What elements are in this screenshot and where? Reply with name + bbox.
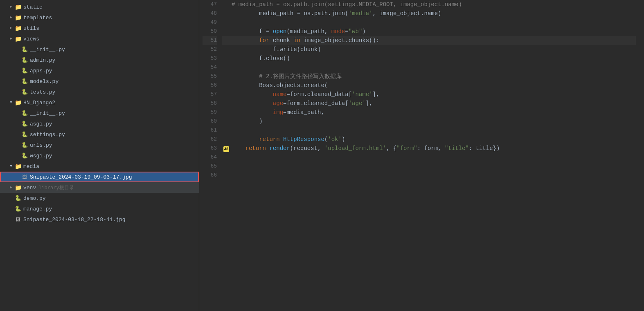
sidebar-item-media[interactable]: ▼📁media — [0, 161, 199, 172]
gutter-mark — [222, 45, 230, 54]
line-number: 53 — [203, 54, 217, 63]
code-token: (request, — [290, 145, 324, 152]
code-token: , image_object.name) — [372, 10, 441, 17]
code-token: (media_path, — [286, 28, 331, 35]
tree-arrow — [8, 195, 14, 201]
sidebar-item-tests[interactable]: 🐍tests.py — [0, 87, 199, 97]
code-line: f.write(chunk) — [230, 45, 636, 54]
folder-yellow-icon: 📁 — [15, 36, 21, 42]
folder-blue-icon: 📁 — [15, 25, 21, 31]
tree-item-label: manage.py — [23, 206, 52, 212]
folder-blue-icon: 📁 — [15, 184, 21, 191]
line-number: 62 — [203, 135, 217, 144]
code-token — [232, 109, 273, 116]
code-token: , { — [386, 145, 396, 152]
code-line — [230, 18, 636, 27]
sidebar-item-demo[interactable]: 🐍demo.py — [0, 193, 199, 204]
gutter-mark — [222, 0, 230, 9]
sidebar-item-apps[interactable]: 🐍apps.py — [0, 65, 199, 76]
tree-item-label: Snipaste_2024-03-18_22-18-41.jpg — [23, 217, 126, 223]
sidebar-item-views[interactable]: ►📁views — [0, 34, 199, 44]
code-token: for — [232, 37, 273, 44]
sidebar-item-templates[interactable]: ►📁templates — [0, 12, 199, 23]
python-file-icon: 🐍 — [21, 121, 28, 127]
line-number: 59 — [203, 108, 217, 117]
line-number: 60 — [203, 117, 217, 126]
tree-item-sublabel: library根目录 — [38, 184, 74, 191]
code-token: Boss.objects.create( — [232, 82, 328, 89]
code-token: chunk — [273, 37, 293, 44]
code-line: media_path = os.path.join('media', image… — [230, 9, 636, 18]
sidebar-item-models[interactable]: 🐍models.py — [0, 76, 199, 87]
code-line — [230, 126, 636, 135]
image-file-icon: 🖼 — [15, 216, 21, 223]
sidebar-item-init2[interactable]: 🐍__init__.py — [0, 108, 199, 119]
sidebar-item-static[interactable]: ►📁static — [0, 2, 199, 12]
tree-arrow: ► — [8, 15, 14, 20]
gutter-mark — [222, 90, 230, 99]
gutter-mark: JS — [222, 144, 230, 153]
tree-item-label: tests.py — [30, 89, 55, 95]
code-line: img=media_path, — [230, 108, 636, 117]
code-line: f = open(media_path, mode="wb") — [230, 27, 636, 36]
code-token: =form.cleaned_data[ — [283, 100, 349, 107]
code-token: open — [273, 28, 287, 35]
sidebar-item-snipaste1[interactable]: 🖼Snipaste_2024-03-19_09-03-17.jpg — [0, 172, 199, 182]
code-token: return — [232, 145, 269, 152]
code-line: # 2.将图片文件路径写入数据库 — [230, 72, 636, 81]
code-token: img — [273, 109, 283, 116]
tree-arrow — [15, 89, 20, 95]
tree-item-label: wsgi.py — [30, 153, 52, 159]
tree-item-label: utils — [23, 25, 39, 31]
code-token: f = — [232, 28, 273, 35]
tree-arrow: ► — [8, 36, 14, 42]
gutter-mark — [222, 81, 230, 90]
code-token: HttpResponse — [283, 136, 324, 143]
sidebar-item-snipaste2[interactable]: 🖼Snipaste_2024-03-18_22-18-41.jpg — [0, 214, 199, 225]
line-number: 52 — [203, 45, 217, 54]
sidebar-item-settings[interactable]: 🐍settings.py — [0, 129, 199, 140]
tree-arrow — [8, 217, 14, 222]
sidebar-item-wsgi[interactable]: 🐍wsgi.py — [0, 150, 199, 161]
file-tree[interactable]: ►📁static►📁templates►📁utils►📁views🐍__init… — [0, 0, 199, 311]
tree-arrow — [15, 132, 20, 137]
line-number: 65 — [203, 162, 217, 171]
tree-arrow — [15, 47, 20, 52]
code-line: name=form.cleaned_data['name'], — [230, 90, 636, 99]
code-token: media_path = os.path.join( — [232, 10, 349, 17]
tree-arrow: ► — [8, 185, 14, 190]
sidebar-item-admin[interactable]: 🐍admin.py — [0, 55, 199, 65]
code-token: "form" — [396, 145, 417, 152]
line-number: 56 — [203, 81, 217, 90]
line-number: 55 — [203, 72, 217, 81]
code-token: 'name' — [352, 91, 372, 98]
sidebar-item-urls[interactable]: 🐍urls.py — [0, 140, 199, 150]
code-token: ) — [362, 28, 365, 35]
sidebar-item-manage[interactable]: 🐍manage.py — [0, 204, 199, 214]
code-token: 'age' — [349, 100, 366, 107]
code-content: # media_path = os.path.join(settings.MED… — [230, 0, 644, 180]
tree-item-label: __init__.py — [30, 110, 65, 116]
sidebar-item-asgi[interactable]: 🐍asgi.py — [0, 119, 199, 129]
line-number: 51 — [203, 36, 217, 45]
gutter-mark — [222, 18, 230, 27]
sidebar-item-utils[interactable]: ►📁utils — [0, 23, 199, 34]
tree-item-label: models.py — [30, 78, 59, 85]
gutter-mark — [222, 54, 230, 63]
gutter-mark — [222, 9, 230, 18]
gutter-mark — [222, 153, 230, 162]
gutter-mark — [222, 108, 230, 117]
sidebar-item-hn_django2[interactable]: ▼📁HN_Django2 — [0, 97, 199, 108]
gutter-mark — [222, 63, 230, 72]
tree-item-label: asgi.py — [30, 121, 52, 127]
code-token: 'ok' — [328, 136, 342, 143]
gutter-mark — [222, 126, 230, 135]
tree-arrow — [15, 78, 20, 84]
tree-arrow: ▼ — [8, 100, 14, 105]
sidebar-item-venv[interactable]: ►📁venvlibrary根目录 — [0, 182, 199, 193]
code-token: "wb" — [349, 28, 363, 35]
code-token: in — [293, 37, 304, 44]
tree-arrow — [15, 121, 20, 127]
sidebar-item-init1[interactable]: 🐍__init__.py — [0, 44, 199, 55]
python-file-icon: 🐍 — [21, 57, 28, 63]
